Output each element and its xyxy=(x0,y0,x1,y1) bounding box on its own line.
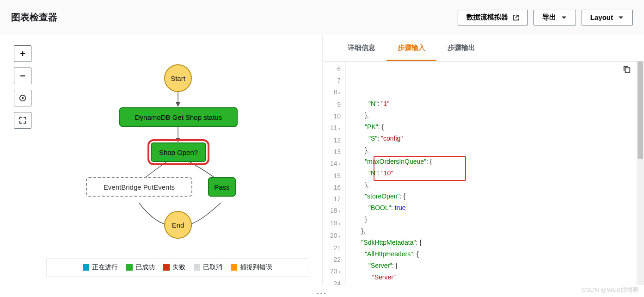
export-label: 导出 xyxy=(542,13,556,22)
code-line: "S": "config" xyxy=(350,133,644,144)
node-shop-open[interactable]: Shop Open? xyxy=(151,142,206,162)
gutter: 6789101112131415161718192021222324 xyxy=(323,62,346,285)
chevron-down-icon xyxy=(618,14,624,21)
legend-item: 已取消 xyxy=(194,263,222,272)
legend-label: 捕捉到错误 xyxy=(240,263,272,272)
node-start[interactable]: Start xyxy=(164,64,192,92)
node-dynamodb[interactable]: DynamoDB Get Shop status xyxy=(119,107,238,127)
code-line: "SdkHttpMetadata": { xyxy=(350,237,644,248)
legend-item: 已成功 xyxy=(126,263,155,272)
legend: 正在进行已成功失败已取消捕捉到错误 xyxy=(46,258,308,277)
code-line: "PK": { xyxy=(350,121,644,133)
code-line: "storeOpen": { xyxy=(350,191,644,202)
code-line: }, xyxy=(350,144,644,156)
svg-rect-4 xyxy=(625,68,630,72)
legend-swatch xyxy=(231,264,237,271)
legend-label: 正在进行 xyxy=(92,263,118,272)
zoom-controls: + − xyxy=(14,45,31,129)
panels: + − Start DynamoDB Get Shop status Shop … xyxy=(0,35,644,285)
tab-detail[interactable]: 详细信息 xyxy=(337,35,386,61)
legend-swatch xyxy=(194,264,200,271)
layout-label: Layout xyxy=(590,13,613,21)
export-button[interactable]: 导出 xyxy=(534,10,576,25)
code-source: "N": "1" }, "PK": { "S": "config" }, "ma… xyxy=(346,62,644,285)
code-line: "N": "1" xyxy=(350,98,644,110)
vertical-drag-handle[interactable]: ••• xyxy=(317,290,327,297)
copy-icon xyxy=(623,65,631,74)
legend-label: 已成功 xyxy=(135,263,155,272)
external-icon xyxy=(513,14,519,21)
legend-label: 已取消 xyxy=(203,263,222,272)
code-viewer[interactable]: 6789101112131415161718192021222324 "N": … xyxy=(323,62,644,285)
svg-point-1 xyxy=(22,98,24,99)
code-line: } xyxy=(350,214,644,225)
legend-swatch xyxy=(83,264,89,271)
header-buttons: 数据流模拟器 导出 Layout xyxy=(458,10,633,25)
legend-label: 失败 xyxy=(172,263,185,272)
legend-item: 正在进行 xyxy=(83,263,118,272)
tab-output[interactable]: 步骤输出 xyxy=(436,35,486,61)
code-line: "AllHttpHeaders": { xyxy=(350,248,644,260)
simulator-button[interactable]: 数据流模拟器 xyxy=(458,10,528,25)
code-line: "Server": [ xyxy=(350,260,644,272)
tab-input[interactable]: 步骤输入 xyxy=(386,35,436,61)
watermark: CSDN @WEB前端圈 xyxy=(582,286,638,294)
code-line: "BOOL": true xyxy=(350,202,644,214)
details-panel: 详细信息 步骤输入 步骤输出 6789101112131415161718192… xyxy=(323,35,644,285)
legend-swatch xyxy=(163,264,170,271)
copy-button[interactable] xyxy=(623,65,631,77)
zoom-out-button[interactable]: − xyxy=(14,68,31,84)
zoom-center-button[interactable] xyxy=(14,90,31,106)
code-line: }, xyxy=(350,225,644,237)
code-line: }, xyxy=(350,179,644,191)
node-eventbridge[interactable]: EventBridge PutEvents xyxy=(86,177,192,197)
header: 图表检查器 数据流模拟器 导出 Layout xyxy=(0,0,644,35)
node-end[interactable]: End xyxy=(164,211,192,239)
code-line: "maxOrdersInQueue": { xyxy=(350,156,644,167)
scrollbar-thumb[interactable] xyxy=(638,62,643,159)
expand-icon xyxy=(18,116,27,124)
layout-button[interactable]: Layout xyxy=(582,10,633,25)
simulator-label: 数据流模拟器 xyxy=(466,13,508,22)
target-icon xyxy=(18,94,27,102)
code-line: ], xyxy=(350,283,644,285)
scrollbar[interactable] xyxy=(637,62,644,285)
zoom-in-button[interactable]: + xyxy=(14,45,31,62)
legend-swatch xyxy=(126,264,133,271)
code-line: }, xyxy=(350,110,644,121)
legend-item: 捕捉到错误 xyxy=(231,263,272,272)
code-line: "Server" xyxy=(350,272,644,283)
chevron-down-icon xyxy=(561,14,567,21)
code-line: "N": "10" xyxy=(350,167,644,179)
page-title: 图表检查器 xyxy=(11,11,57,24)
zoom-fit-button[interactable] xyxy=(14,112,31,129)
node-pass[interactable]: Pass xyxy=(208,177,236,197)
legend-item: 失败 xyxy=(163,263,185,272)
graph-panel: + − Start DynamoDB Get Shop status Shop … xyxy=(0,35,323,285)
tabs: 详细信息 步骤输入 步骤输出 xyxy=(323,35,644,62)
